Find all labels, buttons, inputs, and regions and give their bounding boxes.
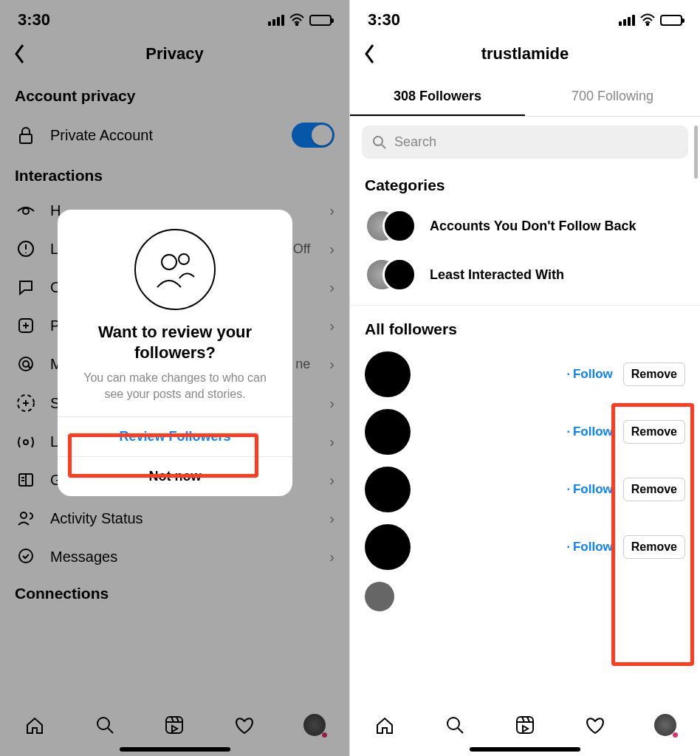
home-indicator: [120, 747, 230, 752]
search-nav-icon[interactable]: [94, 714, 116, 736]
follow-link[interactable]: Follow: [573, 540, 613, 554]
lock-icon: [15, 126, 37, 145]
alert-icon: [15, 240, 37, 258]
live-icon: [15, 435, 37, 450]
heart-nav-icon[interactable]: [233, 714, 255, 736]
follower-row: [350, 576, 700, 617]
follow-link[interactable]: Follow: [573, 425, 613, 439]
page-title: trustlamide: [365, 44, 685, 63]
category-not-follow-back[interactable]: Accounts You Don't Follow Back: [350, 202, 700, 250]
reels-icon[interactable]: [163, 714, 185, 736]
svg-point-12: [97, 718, 109, 729]
modal-title: Want to review your followers?: [58, 322, 292, 362]
status-bar: 3:30: [0, 0, 349, 37]
svg-point-17: [374, 137, 382, 145]
search-input[interactable]: Search: [362, 126, 688, 159]
profile-nav-avatar[interactable]: [654, 714, 676, 736]
page-title: Privacy: [15, 44, 334, 63]
all-followers-label: All followers: [350, 312, 700, 346]
svg-point-18: [447, 718, 459, 729]
avatar: [382, 258, 416, 292]
plus-square-icon: [15, 317, 37, 334]
profile-nav-avatar[interactable]: [303, 714, 326, 736]
home-icon[interactable]: [374, 714, 396, 736]
private-account-toggle[interactable]: [292, 123, 334, 148]
svg-point-15: [179, 254, 189, 264]
svg-point-2: [23, 208, 29, 214]
followers-tabs: 308 Followers 700 Following: [350, 78, 700, 117]
svg-point-14: [162, 255, 176, 269]
avatar[interactable]: [365, 524, 411, 570]
remove-button[interactable]: Remove: [623, 420, 685, 444]
wifi-icon: [639, 13, 656, 27]
chevron-right-icon: ›: [329, 356, 334, 373]
chevron-right-icon: ›: [329, 510, 334, 527]
avatar: [382, 209, 416, 243]
at-icon: [15, 355, 37, 373]
activity-icon: [15, 509, 37, 527]
wifi-icon: [289, 13, 305, 27]
eye-icon: [15, 204, 37, 219]
follower-row: ·Follow Remove: [350, 346, 700, 403]
search-icon: [372, 135, 387, 150]
chevron-right-icon: ›: [329, 241, 334, 258]
categories-label: Categories: [350, 168, 700, 202]
status-icons: [268, 13, 332, 27]
avatar[interactable]: [365, 351, 411, 397]
follower-row: ·Follow Remove: [350, 518, 700, 576]
activity-status-row[interactable]: Activity Status›: [0, 499, 349, 537]
search-nav-icon[interactable]: [444, 714, 466, 736]
modal-subtitle: You can make changes to who can see your…: [58, 362, 292, 416]
avatar[interactable]: [365, 467, 411, 512]
battery-icon: [660, 15, 682, 26]
signal-icon: [268, 15, 284, 26]
svg-point-11: [19, 549, 32, 563]
status-time: 3:30: [368, 10, 400, 30]
not-now-button[interactable]: Not now: [58, 457, 292, 496]
remove-button[interactable]: Remove: [623, 478, 685, 501]
follower-row: ·Follow Remove: [350, 403, 700, 461]
comment-icon: [15, 278, 37, 296]
scrollbar[interactable]: [694, 126, 698, 179]
follow-link[interactable]: Follow: [573, 482, 613, 496]
remove-button[interactable]: Remove: [623, 362, 685, 386]
battery-icon: [309, 15, 332, 26]
heart-nav-icon[interactable]: [584, 714, 606, 736]
search-placeholder: Search: [394, 134, 436, 150]
reels-icon[interactable]: [514, 714, 536, 736]
avatar[interactable]: [365, 582, 394, 611]
home-indicator: [470, 747, 580, 752]
remove-button[interactable]: Remove: [623, 535, 685, 559]
status-bar: 3:30: [350, 0, 700, 37]
review-followers-button[interactable]: Review Followers: [58, 417, 292, 456]
section-interactions: Interactions: [0, 158, 349, 192]
follow-link[interactable]: Follow: [573, 367, 613, 381]
svg-point-8: [24, 440, 28, 444]
bottom-nav: [350, 698, 700, 756]
svg-point-6: [23, 361, 29, 367]
category-least-interacted[interactable]: Least Interacted With: [350, 250, 700, 299]
guides-icon: [15, 471, 37, 489]
section-account-privacy: Account privacy: [0, 78, 349, 112]
back-button[interactable]: [13, 43, 27, 70]
svg-point-5: [19, 357, 32, 371]
private-account-label: Private Account: [50, 127, 153, 144]
back-button[interactable]: [363, 43, 377, 70]
section-connections: Connections: [0, 576, 349, 610]
chevron-right-icon: ›: [329, 202, 334, 219]
messages-row[interactable]: Messages›: [0, 537, 349, 576]
follower-row: ·Follow Remove: [350, 461, 700, 518]
messenger-icon: [15, 548, 37, 566]
chevron-right-icon: ›: [329, 279, 334, 296]
people-icon: [134, 229, 216, 310]
svg-point-16: [647, 24, 648, 25]
tab-following[interactable]: 700 Following: [525, 78, 700, 116]
chevron-right-icon: ›: [329, 317, 334, 334]
review-followers-modal: Want to review your followers? You can m…: [58, 210, 292, 496]
bottom-nav: [0, 698, 349, 756]
home-icon[interactable]: [24, 714, 46, 736]
status-icons: [619, 13, 682, 27]
status-time: 3:30: [18, 10, 50, 30]
tab-followers[interactable]: 308 Followers: [350, 78, 525, 116]
avatar[interactable]: [365, 409, 411, 455]
